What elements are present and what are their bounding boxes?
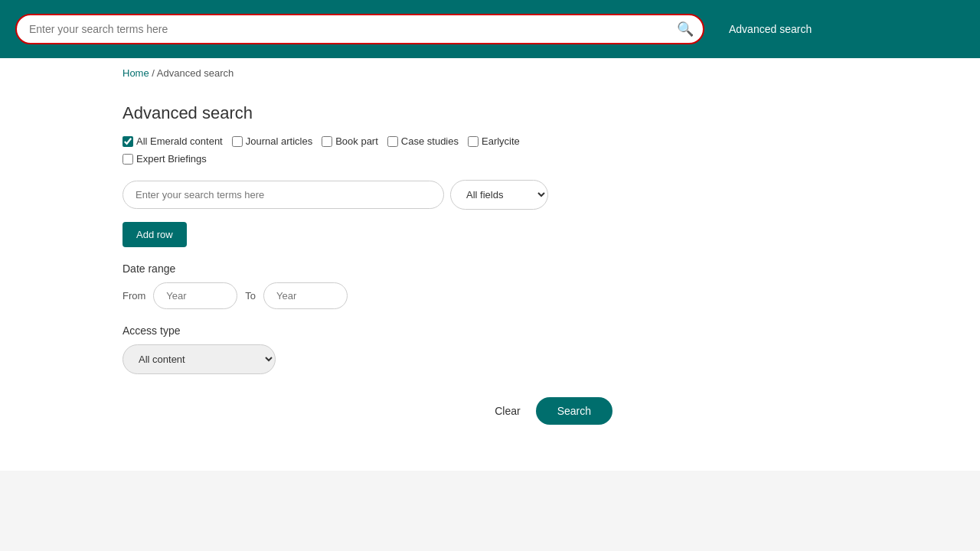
- checkbox-expert-briefings-label: Expert Briefings: [136, 153, 207, 165]
- clear-button[interactable]: Clear: [492, 399, 523, 423]
- main-content: Advanced search All Emerald content Jour…: [0, 88, 980, 471]
- checkbox-journal-articles-label: Journal articles: [246, 135, 312, 147]
- access-type-select[interactable]: All content Open access Subscribed conte…: [122, 344, 276, 374]
- checkbox-journal-articles[interactable]: Journal articles: [232, 135, 312, 147]
- header-advanced-search-link[interactable]: Advanced search: [714, 23, 812, 35]
- checkbox-earlycite[interactable]: Earlycite: [468, 135, 520, 147]
- checkbox-book-part-input[interactable]: [322, 136, 332, 147]
- checkbox-expert-briefings-input[interactable]: [122, 154, 133, 165]
- from-label: From: [122, 290, 145, 302]
- page-title: Advanced search: [122, 103, 858, 123]
- checkbox-all-emerald[interactable]: All Emerald content: [122, 135, 223, 147]
- checkbox-earlycite-label: Earlycite: [482, 135, 520, 147]
- header: 🔍 Advanced search: [0, 0, 980, 58]
- checkbox-case-studies-input[interactable]: [387, 136, 398, 147]
- search-term-row: All fields Title Abstract Keywords Autho…: [122, 180, 858, 210]
- add-row-button[interactable]: Add row: [122, 222, 187, 247]
- date-range-row: From To: [122, 282, 858, 309]
- to-year-input[interactable]: [263, 282, 348, 309]
- checkbox-journal-articles-input[interactable]: [232, 136, 243, 147]
- search-term-input[interactable]: [122, 181, 444, 209]
- checkbox-expert-briefings[interactable]: Expert Briefings: [122, 153, 858, 165]
- breadcrumb: Home / Advanced search: [0, 58, 980, 88]
- content-types-row1: All Emerald content Journal articles Boo…: [122, 135, 858, 147]
- header-search-wrapper: 🔍: [15, 14, 704, 44]
- checkbox-all-emerald-label: All Emerald content: [136, 135, 223, 147]
- search-button[interactable]: Search: [536, 397, 612, 425]
- breadcrumb-home-link[interactable]: Home: [122, 67, 149, 79]
- date-range-label: Date range: [122, 262, 858, 275]
- breadcrumb-current: Advanced search: [157, 67, 234, 79]
- from-year-input[interactable]: [153, 282, 237, 309]
- checkbox-earlycite-input[interactable]: [468, 136, 479, 147]
- access-type-label: Access type: [122, 324, 858, 337]
- checkbox-case-studies-label: Case studies: [401, 135, 459, 147]
- header-search-input[interactable]: [26, 15, 677, 43]
- field-select[interactable]: All fields Title Abstract Keywords Autho…: [450, 180, 548, 210]
- search-icon[interactable]: 🔍: [677, 21, 694, 37]
- action-buttons: Clear Search: [122, 397, 612, 425]
- checkbox-all-emerald-input[interactable]: [122, 136, 133, 147]
- checkbox-case-studies[interactable]: Case studies: [387, 135, 459, 147]
- to-label: To: [245, 290, 256, 302]
- checkbox-book-part[interactable]: Book part: [322, 135, 378, 147]
- content-types-row2: Expert Briefings: [122, 153, 858, 165]
- checkbox-book-part-label: Book part: [335, 135, 378, 147]
